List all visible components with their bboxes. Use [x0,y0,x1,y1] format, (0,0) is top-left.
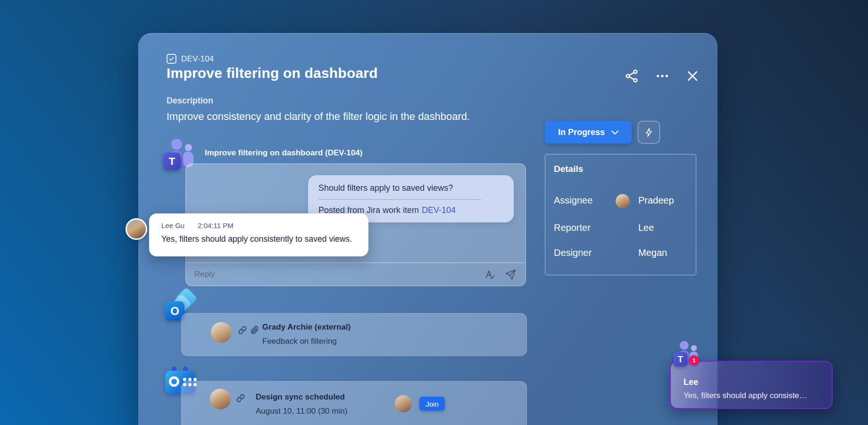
megan-avatar [395,395,412,412]
ellipsis-icon [656,69,669,83]
details-title: Details [554,164,583,174]
jira-item-link[interactable]: DEV-104 [422,205,456,215]
designer-value: Megan [638,247,667,258]
format-pen-icon [484,269,496,280]
link-icon [238,326,247,334]
chevron-down-icon [611,130,618,135]
header-actions [624,68,701,84]
mail-subject: Feedback on filtering [262,337,337,346]
status-row: In Progress [545,121,660,144]
checkmark-icon [168,56,175,62]
grady-avatar [211,322,232,343]
meeting-inline-icons [236,394,245,402]
format-button[interactable] [483,268,496,281]
share-icon [625,69,639,83]
tooltip-time: 2:04:11 PM [198,221,234,230]
join-button[interactable]: Join [419,397,445,411]
assignee-label: Assignee [554,195,593,206]
assignee-value: Pradeep [638,195,674,206]
toast-sender: Lee [684,377,698,387]
toast-preview: Yes, filters should apply consiste… [684,391,807,400]
more-options-button[interactable] [654,68,670,84]
meeting-time: August 10, 11:00 (30 min) [256,407,347,416]
bubble-divider [318,199,481,200]
close-icon [686,69,699,83]
teams-jira-integration-screen: { "header": { "key": "DEV-104", "title":… [0,0,868,425]
tooltip-message: Yes, filters should apply consistently t… [161,234,368,244]
meeting-activity-card[interactable]: Design sync scheduled August 10, 11:00 (… [181,381,527,425]
teams-thread-title: Improve filtering on dashboard (DEV-104) [205,148,362,158]
pradeep-avatar [210,389,231,409]
automation-button[interactable] [638,121,660,144]
assignee-avatar [616,194,630,208]
tooltip-header: Lee Gu 2:04:11 PM [161,221,368,230]
link-icon [236,394,245,402]
description-label: Description [167,96,213,106]
close-button[interactable] [684,68,701,84]
task-checkbox-icon[interactable] [167,54,176,64]
share-button[interactable] [624,68,640,84]
meeting-title: Design sync scheduled [256,392,345,402]
send-icon [505,269,517,280]
paperclip-icon [250,326,259,334]
mail-activity-card[interactable]: Grady Archie (external) Feedback on filt… [181,313,527,356]
unread-badge: 1 [689,355,699,365]
chat-reply-tooltip: Lee Gu 2:04:11 PM Yes, filters should ap… [149,213,368,256]
reply-bar [186,263,526,286]
send-button[interactable] [504,268,517,281]
mail-inline-icons [238,326,259,334]
status-dropdown-button[interactable]: In Progress [545,121,632,144]
chat-message: Should filters apply to saved views? [318,183,503,193]
description-text: Improve consistency and clarity of the f… [167,110,470,123]
reporter-value: Lee [638,222,654,233]
mail-sender: Grady Archie (external) [262,323,351,332]
work-item-key-row: DEV-104 [167,54,214,64]
page-title: Improve filtering on dashboard [167,65,378,81]
teams-icon: 1 [673,341,701,369]
designer-label: Designer [554,247,592,258]
lee-gu-avatar [125,218,147,240]
reporter-label: Reporter [554,222,591,233]
tooltip-author: Lee Gu [161,221,184,230]
lightning-icon [644,128,654,137]
status-label: In Progress [558,128,605,137]
details-panel: Details Assignee Pradeep Reporter Lee De… [545,154,696,275]
reply-input[interactable] [194,270,476,279]
work-item-key: DEV-104 [181,54,214,64]
